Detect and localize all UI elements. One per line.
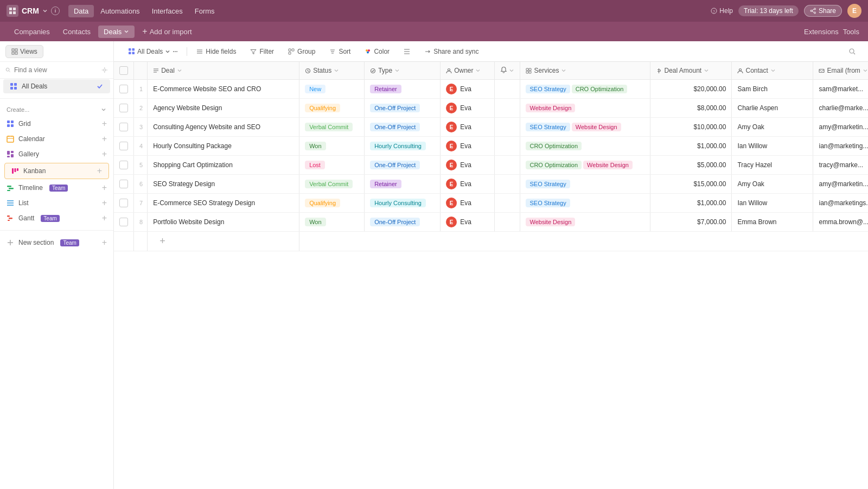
create-chevron[interactable] [100,106,107,113]
services-cell[interactable]: SEO Strategy [520,194,650,213]
app-logo[interactable]: CRM i [7,5,60,17]
deal-cell[interactable]: Shopping Cart Optimization [148,156,299,175]
deal-cell[interactable]: Agency Website Design [148,99,299,118]
all-deals-tab[interactable]: All Deals [123,46,183,58]
color-button[interactable]: Color [359,45,395,58]
status-cell[interactable]: Won [299,213,365,232]
calendar-add-icon[interactable]: + [102,134,107,144]
row-checkbox[interactable] [119,161,128,169]
select-all-checkbox[interactable] [119,66,128,75]
hide-fields-button[interactable]: Hide fields [190,45,242,58]
row-checkbox[interactable] [119,180,128,188]
contact-cell[interactable]: Emma Brown [732,213,813,232]
contact-cell[interactable]: Ian Willow [732,194,813,213]
services-col-header[interactable]: Services [520,62,650,80]
row-height-button[interactable] [398,46,416,58]
subnav-companies[interactable]: Companies [9,26,55,38]
type-col-header[interactable]: Type [365,62,441,80]
sidebar-grid[interactable]: Grid + [0,116,113,131]
sidebar-list[interactable]: List + [0,195,113,211]
sidebar-kanban[interactable]: Kanban + [4,163,109,179]
row-checkbox[interactable] [119,218,128,226]
gantt-add-icon[interactable]: + [102,213,107,223]
contact-cell[interactable]: Sam Birch [732,80,813,99]
search-input[interactable] [14,66,99,74]
contact-cell[interactable]: Ian Willow [732,137,813,156]
status-col-header[interactable]: Status [299,62,365,80]
owner-cell[interactable]: EEva [441,156,495,175]
deal-cell[interactable]: Hourly Consulting Package [148,137,299,156]
type-cell[interactable]: One-Off Project [365,118,441,137]
share-sync-button[interactable]: Share and sync [418,45,484,58]
filter-button[interactable]: Filter [244,45,280,58]
deal-cell[interactable]: Portfolio Website Design [148,213,299,232]
row-checkbox[interactable] [119,104,128,112]
status-cell[interactable]: Qualifying [299,194,365,213]
help-button[interactable]: ? Help [711,7,733,15]
contact-cell[interactable]: Tracy Hazel [732,156,813,175]
sidebar-timeline[interactable]: Timeline Team + [0,180,113,195]
sidebar-gallery[interactable]: Gallery + [0,147,113,162]
user-avatar[interactable]: E [847,4,861,18]
group-button[interactable]: Group [282,45,321,58]
gallery-add-icon[interactable]: + [102,149,107,159]
services-cell[interactable]: Website Design [520,213,650,232]
sidebar-gantt[interactable]: Gantt Team + [0,211,113,226]
type-cell[interactable]: Retainer [365,80,441,99]
settings-icon[interactable] [101,66,108,74]
deal-col-header[interactable]: Deal [148,62,299,80]
subnav-deals[interactable]: Deals [98,26,135,38]
nav-forms[interactable]: Forms [189,5,220,17]
services-cell[interactable]: CRO OptimizationWebsite Design [520,156,650,175]
owner-cell[interactable]: EEva [441,213,495,232]
owner-cell[interactable]: EEva [441,80,495,99]
deal-cell[interactable]: Consulting Agency Website and SEO [148,118,299,137]
row-checkbox[interactable] [119,142,128,150]
services-cell[interactable]: CRO Optimization [520,137,650,156]
services-cell[interactable]: Website Design [520,99,650,118]
subnav-contacts[interactable]: Contacts [58,26,96,38]
nav-data[interactable]: Data [68,5,94,17]
services-cell[interactable]: SEO StrategyCRO Optimization [520,80,650,99]
owner-cell[interactable]: EEva [441,175,495,194]
owner-cell[interactable]: EEva [441,194,495,213]
amount-col-header[interactable]: Deal Amount [650,62,732,80]
status-cell[interactable]: Lost [299,156,365,175]
type-cell[interactable]: Hourly Consulting [365,194,441,213]
owner-cell[interactable]: EEva [441,99,495,118]
owner-cell[interactable]: EEva [441,137,495,156]
row-checkbox[interactable] [119,85,128,93]
add-row-button[interactable]: + [153,233,172,249]
type-cell[interactable]: Retainer [365,175,441,194]
add-import-button[interactable]: + Add or import [137,25,197,38]
sidebar-calendar[interactable]: Calendar + [0,131,113,147]
new-section-add-icon[interactable]: + [102,238,107,247]
nav-automations[interactable]: Automations [95,5,145,17]
type-cell[interactable]: One-Off Project [365,156,441,175]
status-cell[interactable]: Won [299,137,365,156]
info-icon[interactable]: i [51,7,60,15]
contact-cell[interactable]: Amy Oak [732,175,813,194]
views-button[interactable]: Views [5,45,43,58]
owner-cell[interactable]: EEva [441,118,495,137]
email-col-header[interactable]: Email (from [813,62,868,80]
timeline-add-icon[interactable]: + [102,183,107,193]
status-cell[interactable]: New [299,80,365,99]
contact-col-header[interactable]: Contact [732,62,813,80]
sort-button[interactable]: Sort [323,45,356,58]
status-cell[interactable]: Qualifying [299,99,365,118]
grid-add-icon[interactable]: + [102,119,107,129]
type-cell[interactable]: One-Off Project [365,99,441,118]
contact-cell[interactable]: Charlie Aspen [732,99,813,118]
services-cell[interactable]: SEO StrategyWebsite Design [520,118,650,137]
nav-interfaces[interactable]: Interfaces [146,5,188,17]
share-button[interactable]: Share [804,5,842,17]
sidebar-all-deals[interactable]: All Deals [3,79,110,93]
extensions-link[interactable]: Extensions [804,28,839,36]
type-cell[interactable]: Hourly Consulting [365,137,441,156]
bell-col-header[interactable] [495,62,520,80]
tools-link[interactable]: Tools [843,28,859,36]
sidebar-new-section[interactable]: New section Team + [0,235,113,250]
row-checkbox[interactable] [119,123,128,131]
owner-col-header[interactable]: Owner [441,62,495,80]
